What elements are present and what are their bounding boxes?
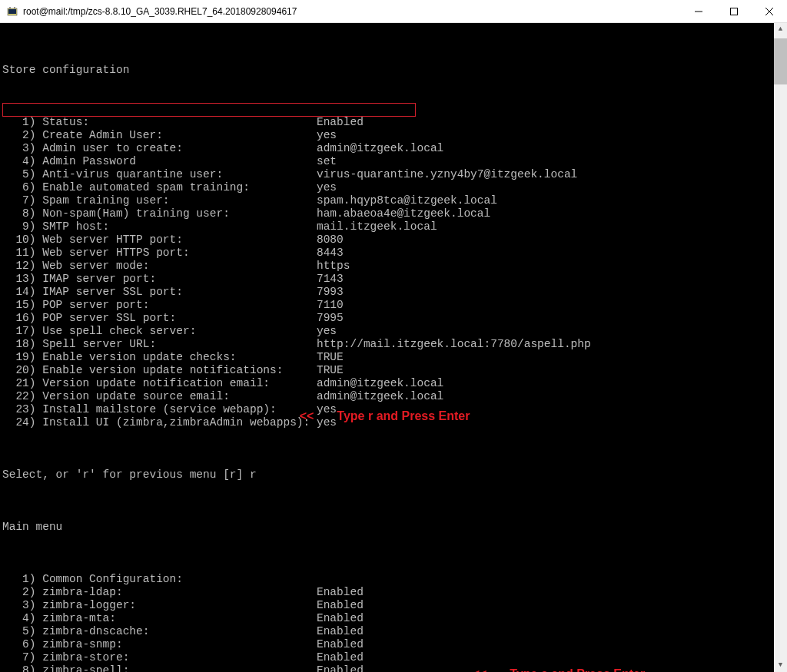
scroll-down-arrow[interactable]: ▼ (774, 659, 787, 672)
blank-line (2, 90, 774, 103)
main-menu-line: 4) zimbra-mta: Enabled (2, 612, 774, 625)
store-config-line: 9) SMTP host: mail.itzgeek.local (2, 220, 774, 233)
annotation-r: <<Type r and Press Enter (279, 396, 470, 435)
close-button[interactable] (752, 0, 787, 22)
store-config-line: 3) Admin user to create: admin@itzgeek.l… (2, 142, 774, 155)
blank-line (2, 547, 774, 560)
window-controls (681, 0, 787, 22)
scrollbar-thumb[interactable] (774, 38, 787, 84)
svg-rect-1 (8, 9, 16, 14)
titlebar[interactable]: root@mail:/tmp/zcs-8.8.10_GA_3039.RHEL7_… (0, 0, 787, 23)
terminal-area[interactable]: Store configuration 1) Status: Enabled 2… (0, 23, 787, 672)
store-config-line: 2) Create Admin User: yes (2, 129, 774, 142)
store-config-line: 20) Enable version update notifications:… (2, 364, 774, 377)
store-config-line: 13) IMAP server port: 7143 (2, 273, 774, 286)
main-menu-line: 3) zimbra-logger: Enabled (2, 599, 774, 612)
select-prompt: Select, or 'r' for previous menu [r] r (2, 468, 774, 482)
store-config-line: 10) Web server HTTP port: 8080 (2, 233, 774, 247)
scrollbar[interactable]: ▲ ▼ (774, 23, 787, 672)
annotation-a: <<Type a and Press Enter (452, 654, 645, 672)
main-menu-line: 5) zimbra-dnscache: Enabled (2, 625, 774, 638)
maximize-button[interactable] (716, 0, 752, 22)
store-config-line: 18) Spell server URL: http://mail.itzgee… (2, 338, 774, 351)
main-menu-line: 6) zimbra-snmp: Enabled (2, 638, 774, 651)
main-menu-line: 7) zimbra-store: Enabled (2, 651, 774, 664)
blank-line (2, 495, 774, 508)
svg-rect-5 (731, 8, 738, 15)
terminal-content: Store configuration 1) Status: Enabled 2… (2, 25, 774, 672)
store-config-line: 21) Version update notification email: a… (2, 377, 774, 390)
arrow-icon: << (473, 667, 487, 672)
store-config-line: 7) Spam training user: spam.hqyp8tca@itz… (2, 194, 774, 207)
store-config-line: 5) Anti-virus quarantine user: virus-qua… (2, 168, 774, 181)
blank-line (2, 442, 774, 455)
main-menu-line: 1) Common Configuration: (2, 573, 774, 586)
store-config-line: 6) Enable automated spam training: yes (2, 181, 774, 194)
minimize-button[interactable] (681, 0, 716, 22)
store-config-line: 1) Status: Enabled (2, 116, 774, 129)
store-config-line: 16) POP server SSL port: 7995 (2, 312, 774, 325)
store-config-line: 14) IMAP server SSL port: 7993 (2, 286, 774, 299)
scroll-up-arrow[interactable]: ▲ (774, 23, 787, 36)
main-menu-line: 8) zimbra-spell: Enabled (2, 664, 774, 672)
store-config-line: 11) Web server HTTPS port: 8443 (2, 247, 774, 260)
putty-icon (6, 5, 18, 18)
store-config-line: 19) Enable version update checks: TRUE (2, 351, 774, 364)
blank-line (2, 38, 774, 51)
window-title: root@mail:/tmp/zcs-8.8.10_GA_3039.RHEL7_… (23, 6, 681, 17)
store-config-line: 12) Web server mode: https (2, 260, 774, 273)
store-config-line: 4) Admin Password set (2, 155, 774, 168)
putty-window: root@mail:/tmp/zcs-8.8.10_GA_3039.RHEL7_… (0, 0, 787, 672)
store-header: Store configuration (2, 64, 774, 77)
arrow-icon: << (300, 409, 314, 422)
main-menu-header: Main menu (2, 521, 774, 534)
store-config-line: 17) Use spell check server: yes (2, 325, 774, 338)
store-config-line: 15) POP server port: 7110 (2, 299, 774, 312)
store-config-line: 8) Non-spam(Ham) training user: ham.abae… (2, 207, 774, 220)
main-menu-line: 2) zimbra-ldap: Enabled (2, 586, 774, 599)
